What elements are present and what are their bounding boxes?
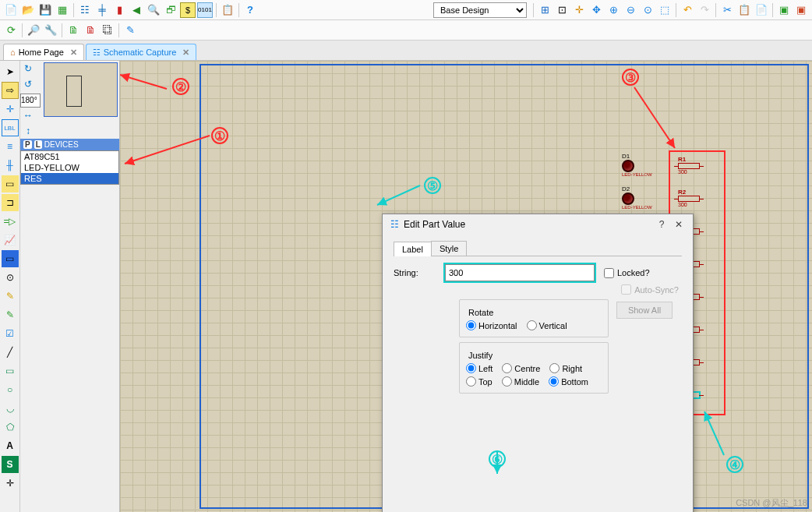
dollar-icon[interactable]: $ (180, 2, 196, 18)
help-button[interactable]: ? (655, 219, 668, 230)
flip-v-icon[interactable]: ↕ (20, 123, 36, 139)
net-icon[interactable]: ╪ (94, 2, 110, 18)
text-script-icon[interactable]: ≡ (2, 138, 19, 155)
notes-icon[interactable]: 📋 (220, 2, 235, 18)
del-doc-icon[interactable]: 🗎 (83, 23, 98, 38)
locked-checkbox[interactable] (604, 268, 614, 278)
device-list[interactable]: AT89C51 LED-YELLOW RES (20, 150, 119, 185)
close-button[interactable]: ✕ (673, 219, 685, 230)
cut-icon[interactable]: ✂ (719, 2, 735, 18)
binary-icon[interactable]: 0101 (197, 2, 213, 18)
dialog-titlebar[interactable]: ☷ Edit Part Value ? ✕ (383, 214, 693, 235)
radio-left[interactable]: Left (466, 363, 492, 373)
edit-icon[interactable]: ✎ (122, 23, 138, 38)
pointer-icon[interactable]: ➤ (2, 63, 19, 80)
probe-i-icon[interactable]: ✎ (2, 306, 19, 323)
tab-style[interactable]: Style (431, 241, 467, 256)
grid-dotted-icon[interactable]: ⊡ (554, 2, 570, 18)
arc-icon[interactable]: ◡ (2, 400, 19, 417)
block1-icon[interactable]: ▣ (776, 2, 792, 18)
tree-icon[interactable]: ⿻ (100, 23, 115, 38)
rotate-ccw-icon[interactable]: ↺ (20, 76, 36, 92)
resistor-component[interactable]: R1 300 (678, 156, 700, 175)
block2-icon[interactable]: ▣ (793, 2, 809, 18)
pin-icon[interactable]: =▷ (2, 213, 19, 230)
line-icon[interactable]: ╱ (2, 344, 19, 361)
grid-icon[interactable]: ▦ (55, 2, 70, 18)
l-badge[interactable]: L (34, 140, 42, 149)
tape-icon[interactable]: ▭ (2, 250, 19, 267)
save-icon[interactable]: 💾 (37, 2, 53, 18)
radio-middle[interactable]: Middle (502, 376, 539, 387)
instrument-icon[interactable]: ☑ (2, 325, 19, 342)
find-icon[interactable]: 🔎 (26, 23, 41, 38)
new-file-icon[interactable]: 📄 (3, 2, 19, 18)
snap-grid-icon[interactable]: ⊞ (537, 2, 553, 18)
radio-right[interactable]: Right (549, 363, 582, 373)
help-icon[interactable]: ? (242, 2, 258, 18)
symbol-icon[interactable]: S (2, 456, 19, 473)
text-icon[interactable]: A (2, 437, 19, 454)
terminal-icon[interactable]: ⊐ (2, 194, 19, 211)
label-icon[interactable]: LBL (2, 119, 19, 136)
copy-icon[interactable]: 📋 (736, 2, 752, 18)
probe-v-icon[interactable]: ✎ (2, 288, 19, 305)
radio-bottom[interactable]: Bottom (549, 376, 588, 387)
add-doc-icon[interactable]: 🗎 (65, 23, 81, 38)
resistor-component[interactable]: R2 300 (678, 189, 700, 207)
flip-h-icon[interactable]: ↔ (20, 108, 36, 123)
rotation-input[interactable] (20, 94, 41, 108)
pan-icon[interactable]: ✥ (588, 2, 604, 18)
tab-label[interactable]: Label (394, 242, 432, 256)
schematic-canvas[interactable]: D1 LED-YELLOW D2 LED-YELLOW D3 LED-YELLO… (120, 61, 812, 512)
poly-icon[interactable]: ⬠ (2, 418, 19, 436)
led-component[interactable]: D1 LED-YELLOW (622, 153, 652, 177)
led-component[interactable]: D2 LED-YELLOW (622, 185, 652, 210)
tab-home[interactable]: ⌂ Home Page ✕ (3, 44, 84, 60)
autosync-label: Auto-Sync? (634, 285, 679, 295)
string-input[interactable] (445, 264, 595, 281)
chip-icon[interactable]: ▮ (111, 2, 127, 18)
zoom-in-icon[interactable]: ⊕ (605, 2, 621, 18)
close-icon[interactable]: ✕ (70, 48, 77, 58)
paste-icon[interactable]: 📄 (754, 2, 769, 18)
close-icon[interactable]: ✕ (182, 48, 189, 58)
wrench-icon[interactable]: 🔧 (43, 23, 58, 38)
zoom-all-icon[interactable]: ⊙ (640, 2, 655, 18)
subcircuit-icon[interactable]: ▭ (2, 175, 19, 192)
zoom-out-icon[interactable]: ⊖ (623, 2, 638, 18)
radio-vertical[interactable]: Vertical (527, 320, 567, 330)
rotate-cw-icon[interactable]: ↻ (20, 61, 36, 76)
secondary-toolbar: ⟳ 🔎 🔧 🗎 🗎 ⿻ ✎ (0, 20, 812, 41)
radio-centre[interactable]: Centre (502, 363, 540, 373)
search-icon[interactable]: 🔍 (146, 2, 161, 18)
tab-schematic[interactable]: ☷ Schematic Capture ✕ (86, 44, 197, 60)
zoom-region-icon[interactable]: ⬚ (657, 2, 673, 18)
device-item[interactable]: LED-YELLOW (21, 162, 118, 173)
string-label: String: (394, 268, 445, 277)
redo-icon[interactable]: ↷ (697, 2, 712, 18)
radio-horizontal[interactable]: Horizontal (466, 320, 517, 330)
schematic-icon: ☷ (93, 48, 101, 58)
design-combo[interactable]: Base Design (433, 2, 527, 18)
zoom-fit-icon[interactable]: 🗗 (163, 2, 178, 18)
device-item[interactable]: RES (21, 173, 118, 184)
undo-icon[interactable]: ↶ (680, 2, 695, 18)
generator-icon[interactable]: ⊙ (2, 269, 19, 286)
component-mode-icon[interactable]: ⇨ (2, 82, 19, 99)
component-icon[interactable]: ☷ (77, 2, 93, 18)
refresh-icon[interactable]: ⟳ (3, 23, 19, 38)
origin-icon[interactable]: ✛ (571, 2, 587, 18)
radio-top[interactable]: Top (466, 376, 492, 387)
circle-icon[interactable]: ○ (2, 381, 19, 398)
junction-icon[interactable]: ✛ (2, 101, 19, 118)
p-badge[interactable]: P (23, 140, 32, 149)
bus-icon[interactable]: ╫ (2, 157, 19, 174)
device-item[interactable]: AT89C51 (21, 151, 118, 162)
rect-icon[interactable]: ▭ (2, 362, 19, 380)
home-icon: ⌂ (10, 48, 16, 57)
graph-icon[interactable]: 📈 (2, 231, 19, 249)
play-icon[interactable]: ◀ (129, 2, 144, 18)
marker-icon[interactable]: ✛ (2, 475, 19, 492)
open-folder-icon[interactable]: 📂 (20, 2, 36, 18)
